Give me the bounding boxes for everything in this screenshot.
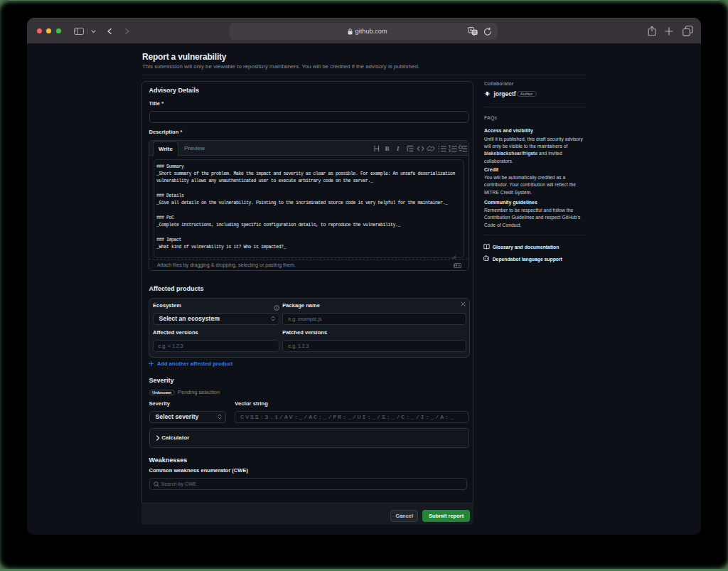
svg-text:I: I xyxy=(396,145,400,152)
svg-text:B: B xyxy=(385,145,390,152)
